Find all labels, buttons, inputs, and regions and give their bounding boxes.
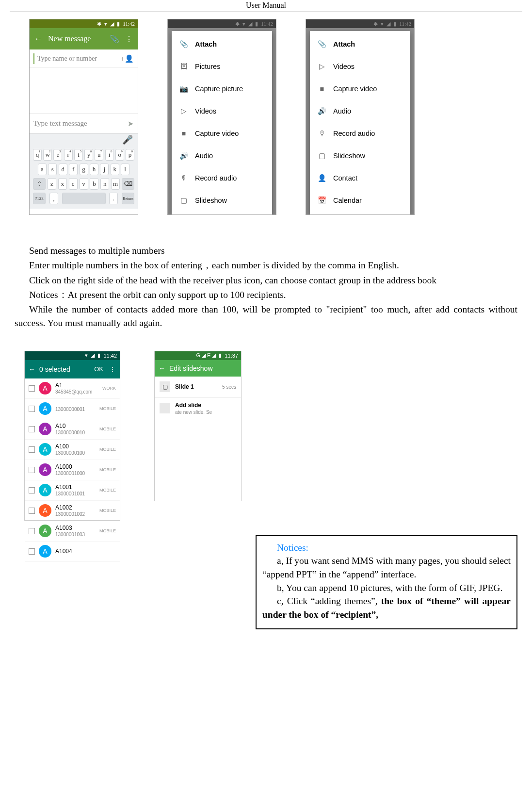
- menu-item-videos[interactable]: ▷Videos: [310, 55, 410, 78]
- key-t[interactable]: t5: [74, 149, 83, 161]
- overflow-icon[interactable]: ⋮: [124, 34, 134, 44]
- menu-item-slideshow[interactable]: ▢Slideshow: [310, 145, 410, 167]
- contact-row[interactable]: AA100313000001003MOBILE: [25, 521, 120, 542]
- key-q[interactable]: q1: [33, 149, 42, 161]
- key-o[interactable]: o9: [115, 149, 124, 161]
- menu-item-videos[interactable]: ▷Videos: [172, 100, 272, 122]
- battery-icon: ▮: [97, 352, 100, 359]
- checkbox[interactable]: [29, 406, 35, 412]
- phone-slideshow: G ◢ E ◢ ▮ 11:37 ← Edit slideshow ▢Slide …: [154, 351, 242, 501]
- phone-attach-menu-2: ✱ ▾ ◢ ▮ 11:42 📎 Attach ▷Videos■Capture v…: [306, 19, 415, 215]
- slide-row[interactable]: ▢Slide 15 secs: [155, 377, 241, 398]
- menu-item-calendar[interactable]: 📅Calendar: [310, 189, 410, 212]
- wifi-icon: ▾: [85, 352, 88, 359]
- slide-icon: [160, 403, 170, 413]
- contact-row[interactable]: AA1345345@qq.comWORK: [25, 378, 120, 399]
- menu-item-capture-picture[interactable]: 📷Capture picture: [172, 78, 272, 100]
- checkbox[interactable]: [29, 446, 35, 453]
- back-icon[interactable]: ←: [33, 34, 43, 44]
- key-h[interactable]: h: [90, 164, 98, 175]
- menu-item-audio[interactable]: 🔊Audio: [172, 145, 272, 167]
- contact-info: A1345345@qq.com: [55, 382, 92, 394]
- text-cursor: [33, 53, 34, 64]
- contact-row[interactable]: AA1004: [25, 542, 120, 562]
- key-u[interactable]: u7: [95, 149, 103, 161]
- key-z[interactable]: z: [48, 178, 56, 190]
- back-icon[interactable]: ←: [29, 365, 35, 373]
- comma-key[interactable]: ,: [49, 193, 58, 204]
- status-bar: ✱ ▾ ◢ ▮ 11:42: [30, 19, 138, 28]
- contact-row[interactable]: AA100213000001002MOBILE: [25, 501, 120, 521]
- key-c[interactable]: c: [69, 178, 78, 190]
- key-m[interactable]: m: [111, 178, 120, 190]
- key-r[interactable]: r4: [64, 149, 73, 161]
- key-w[interactable]: w2: [43, 149, 52, 161]
- return-key[interactable]: Return: [122, 193, 134, 204]
- menu-item-record-audio[interactable]: 🎙Record audio: [172, 167, 272, 189]
- checkbox[interactable]: [29, 487, 35, 493]
- camera-icon: 📷: [178, 83, 189, 94]
- send-icon[interactable]: ➤: [128, 119, 134, 128]
- slide-row[interactable]: Add slideate new slide. Se: [155, 398, 241, 419]
- keyboard[interactable]: q1w2e3r4t5y6u7i8o9p0asdfghjkl⇧zxcvbnm⌫?1…: [30, 146, 138, 209]
- key-a[interactable]: a: [38, 164, 47, 175]
- menu-item-capture-video[interactable]: ■Capture video: [172, 122, 272, 145]
- key-y[interactable]: y6: [84, 149, 93, 161]
- message-input[interactable]: Type text message ➤: [30, 114, 138, 133]
- contact-row[interactable]: AA10013000000100MOBILE: [25, 440, 120, 460]
- key-s[interactable]: s: [48, 164, 57, 175]
- screenshot-row-1: ✱ ▾ ◢ ▮ 11:42 ← New message 📎 ⋮ Type nam…: [10, 19, 522, 215]
- video-icon: ▷: [178, 106, 189, 116]
- overflow-icon[interactable]: ⋮: [109, 365, 116, 373]
- checkbox[interactable]: [29, 385, 35, 392]
- back-icon[interactable]: ←: [159, 364, 165, 372]
- mic-icon[interactable]: 🎤: [122, 134, 133, 145]
- slides-list[interactable]: ▢Slide 15 secsAdd slideate new slide. Se: [155, 377, 241, 419]
- dot-key[interactable]: .: [109, 193, 118, 204]
- key-k[interactable]: k: [111, 164, 119, 175]
- menu-header: 📎 Attach: [172, 34, 272, 55]
- key-p[interactable]: p0: [126, 149, 134, 161]
- contact-type: MOBILE: [99, 508, 116, 513]
- checkbox[interactable]: [29, 508, 35, 514]
- contact-row[interactable]: AA100013000001000MOBILE: [25, 460, 120, 480]
- menu-item-contact[interactable]: 👤Contact: [310, 167, 410, 189]
- menu-item-capture-video[interactable]: ■Capture video: [310, 78, 410, 100]
- contacts-list[interactable]: AA1345345@qq.comWORKA13000000001MOBILEAA…: [25, 378, 120, 562]
- key-n[interactable]: n: [100, 178, 109, 190]
- contact-icon: 👤: [317, 173, 327, 183]
- battery-icon: ▮: [117, 21, 120, 27]
- checkbox[interactable]: [29, 528, 35, 534]
- menu-item-slideshow[interactable]: ▢Slideshow: [172, 189, 272, 212]
- key-d[interactable]: d: [59, 164, 67, 175]
- add-contact-icon[interactable]: +👤: [121, 54, 134, 63]
- key-f[interactable]: f: [69, 164, 78, 175]
- key-x[interactable]: x: [58, 178, 67, 190]
- app-title: New message: [48, 34, 105, 43]
- space-key[interactable]: [62, 193, 106, 204]
- key-v[interactable]: v: [80, 178, 88, 190]
- status-bar: G ◢ E ◢ ▮ 11:37: [155, 351, 241, 360]
- key-g[interactable]: g: [80, 164, 88, 175]
- contact-row[interactable]: AA100113000001001MOBILE: [25, 480, 120, 501]
- num-key[interactable]: ?123: [33, 193, 46, 204]
- key-j[interactable]: j: [100, 164, 109, 175]
- attach-icon[interactable]: 📎: [110, 34, 119, 44]
- ok-button[interactable]: OK: [94, 365, 103, 373]
- menu-item-record-audio[interactable]: 🎙Record audio: [310, 122, 410, 145]
- to-field[interactable]: Type name or number +👤: [30, 49, 138, 68]
- checkbox[interactable]: [29, 467, 35, 473]
- contact-row[interactable]: A13000000001MOBILE: [25, 399, 120, 419]
- video-icon: ▷: [317, 61, 327, 72]
- key-l[interactable]: l: [121, 164, 129, 175]
- contact-row[interactable]: AA1013000000010MOBILE: [25, 419, 120, 440]
- checkbox[interactable]: [29, 426, 35, 432]
- menu-item-pictures[interactable]: 🖼Pictures: [172, 55, 272, 78]
- key-i[interactable]: i8: [105, 149, 114, 161]
- shift-key[interactable]: ⇧: [33, 178, 46, 190]
- key-b[interactable]: b: [90, 178, 98, 190]
- backspace-key[interactable]: ⌫: [122, 178, 134, 190]
- key-e[interactable]: e3: [53, 149, 62, 161]
- menu-item-audio[interactable]: 🔊Audio: [310, 100, 410, 122]
- checkbox[interactable]: [29, 548, 35, 555]
